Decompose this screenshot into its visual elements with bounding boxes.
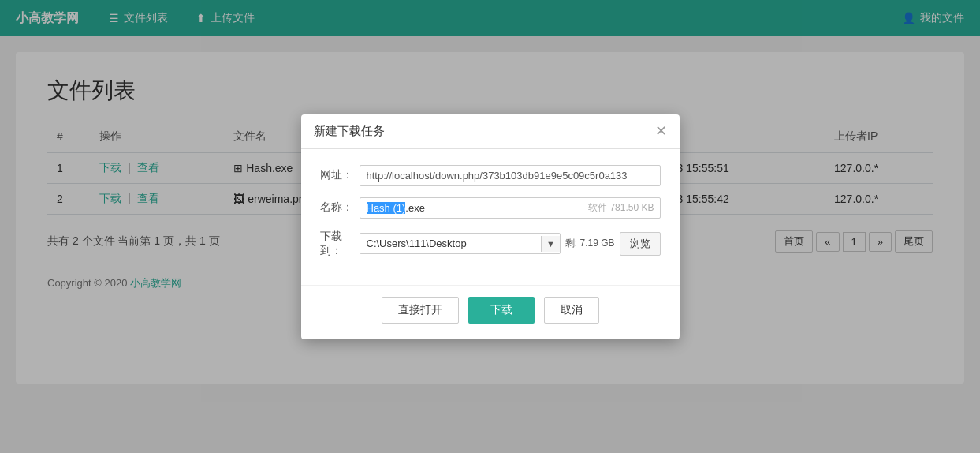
url-row: 网址：	[320, 165, 661, 186]
url-label: 网址：	[320, 168, 360, 182]
modal-title: 新建下载任务	[314, 124, 385, 139]
name-size-hint: 软件 781.50 KB	[588, 201, 654, 215]
dest-row: 下载到： ▼ 剩: 7.19 GB 浏览	[320, 230, 661, 258]
download-modal: 新建下载任务 ✕ 网址： 名称： 软件 781.50 KB 下载到：	[301, 114, 680, 339]
name-label: 名称：	[320, 200, 360, 215]
name-row: 名称： 软件 781.50 KB	[320, 197, 661, 219]
modal-close-button[interactable]: ✕	[655, 124, 667, 138]
dest-label: 下载到：	[320, 230, 360, 258]
browse-button[interactable]: 浏览	[620, 232, 661, 256]
cancel-button[interactable]: 取消	[544, 297, 599, 324]
modal-footer: 直接打开 下载 取消	[301, 285, 680, 339]
download-button[interactable]: 下载	[468, 297, 535, 324]
dest-dropdown-btn[interactable]: ▼	[541, 236, 560, 252]
dest-path-input[interactable]	[360, 234, 541, 253]
modal-header: 新建下载任务 ✕	[301, 114, 680, 149]
modal-overlay[interactable]: 新建下载任务 ✕ 网址： 名称： 软件 781.50 KB 下载到：	[0, 0, 980, 453]
dest-input-row: ▼ 剩: 7.19 GB 浏览	[360, 232, 661, 256]
dest-size-hint: 剩: 7.19 GB	[565, 237, 615, 250]
modal-body: 网址： 名称： 软件 781.50 KB 下载到： ▼	[301, 149, 680, 285]
dest-input-wrap: ▼	[360, 233, 561, 254]
url-input[interactable]	[360, 165, 661, 186]
direct-open-button[interactable]: 直接打开	[382, 297, 459, 324]
name-input-wrap: 软件 781.50 KB	[360, 197, 661, 219]
